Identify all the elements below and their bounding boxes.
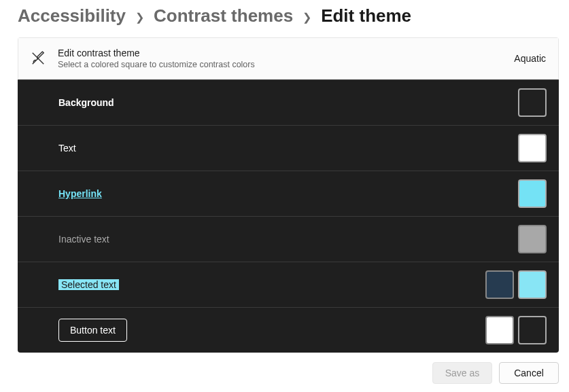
- theme-name: Aquatic: [514, 53, 546, 64]
- panel-header: Edit contrast theme Select a colored squ…: [18, 37, 559, 79]
- panel-title: Edit contrast theme: [58, 48, 502, 58]
- breadcrumb-item-contrast-themes[interactable]: Contrast themes: [154, 5, 293, 26]
- row-label: Button text: [58, 319, 127, 342]
- row-hyperlink: Hyperlink: [18, 171, 559, 216]
- row-label: Text: [58, 143, 518, 154]
- row-inactive-text: Inactive text: [18, 216, 559, 262]
- swatch-background[interactable]: [518, 88, 547, 117]
- breadcrumb-item-accessibility[interactable]: Accessibility: [18, 5, 126, 26]
- chevron-right-icon: ❯: [303, 11, 311, 24]
- row-label: Selected text: [58, 279, 119, 290]
- row-label: Background: [58, 97, 518, 108]
- footer: Save as Cancel: [0, 353, 569, 384]
- cancel-button[interactable]: Cancel: [499, 362, 559, 384]
- row-button-text: Button text: [18, 307, 559, 353]
- chevron-right-icon: ❯: [135, 11, 144, 24]
- breadcrumb-item-edit-theme: Edit theme: [321, 5, 411, 26]
- swatch-button-fg[interactable]: [485, 316, 514, 344]
- swatch-text[interactable]: [518, 134, 547, 162]
- row-label: Inactive text: [58, 234, 518, 245]
- row-label: Hyperlink: [58, 188, 518, 199]
- save-as-button: Save as: [432, 362, 492, 384]
- panel-subtitle: Select a colored square to customize con…: [58, 60, 502, 69]
- swatch-button-bg[interactable]: [518, 316, 547, 344]
- brush-icon: [31, 51, 46, 66]
- row-selected-text: Selected text: [18, 262, 559, 307]
- swatch-hyperlink[interactable]: [518, 179, 547, 208]
- row-text: Text: [18, 125, 559, 171]
- swatch-inactive[interactable]: [518, 225, 547, 253]
- row-background: Background: [18, 79, 559, 125]
- swatch-selected-bg[interactable]: [518, 270, 547, 299]
- panel-header-text: Edit contrast theme Select a colored squ…: [58, 48, 502, 69]
- swatch-selected-fg[interactable]: [485, 270, 514, 299]
- breadcrumb: Accessibility ❯ Contrast themes ❯ Edit t…: [0, 0, 569, 37]
- edit-theme-panel: Edit contrast theme Select a colored squ…: [18, 37, 559, 353]
